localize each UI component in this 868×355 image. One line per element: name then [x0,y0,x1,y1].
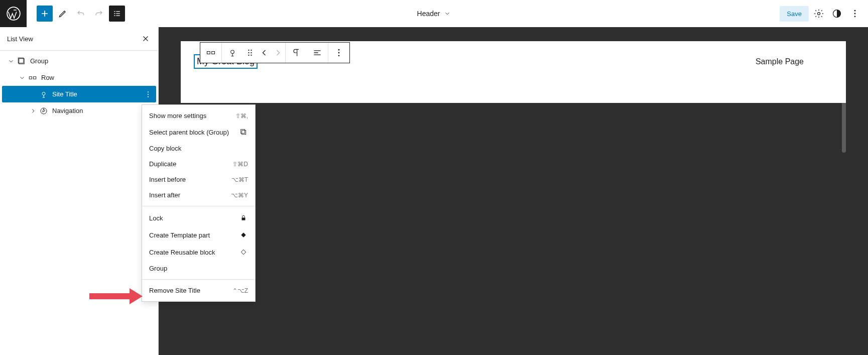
group-block-icon [17,57,26,66]
svg-point-1 [818,13,820,15]
menu-label: Remove Site Title [149,287,200,294]
svg-point-18 [248,50,249,51]
menu-duplicate[interactable]: Duplicate⇧⌘D [142,156,255,172]
menu-shortcut: ⌥⌘Y [231,192,248,199]
save-button[interactable]: Save [780,6,809,22]
svg-point-11 [148,91,149,92]
svg-point-22 [248,55,249,56]
canvas-scrollbar[interactable] [842,68,846,153]
navigation-link[interactable]: Sample Page [756,57,804,66]
svg-point-26 [338,55,340,56]
select-parent-button[interactable] [222,43,243,63]
svg-point-17 [231,50,234,54]
svg-rect-16 [212,52,215,54]
close-list-view-button[interactable] [140,33,151,44]
svg-point-10 [42,92,45,95]
menu-label: Select parent block (Group) [149,129,229,136]
menu-label: Insert before [149,176,186,183]
copy-icon [239,128,248,137]
svg-rect-30 [241,232,245,237]
lock-icon [239,213,248,222]
chevron-left-icon [259,48,269,58]
menu-remove-site-title[interactable]: Remove Site Title⌃⌥Z [142,283,255,298]
more-vertical-icon [144,90,152,98]
block-toolbar [200,42,350,63]
menu-label: Show more settings [149,112,206,120]
menu-label: Lock [149,214,163,222]
wp-logo-button[interactable] [0,0,27,27]
list-view-tree: Group Row Site Title Navigation [0,51,158,121]
list-item-row[interactable]: Row [2,69,156,86]
inserter-button[interactable] [37,6,53,22]
chevron-right-icon [273,48,283,58]
chevron-down-icon[interactable] [5,58,17,65]
drag-handle[interactable] [243,43,257,63]
align-button[interactable] [307,43,328,63]
menu-copy-block[interactable]: Copy block [142,141,255,156]
list-item-group[interactable]: Group [2,53,156,69]
site-title-block-icon [39,90,48,99]
list-item-site-title[interactable]: Site Title [2,86,156,102]
svg-point-20 [248,52,249,53]
align-left-icon [312,48,322,58]
svg-rect-31 [241,250,245,254]
menu-create-reusable[interactable]: Create Reusable block [142,244,255,261]
gear-icon [814,9,824,19]
svg-point-4 [854,13,856,15]
list-view-icon [112,9,122,19]
wordpress-icon [7,7,21,21]
list-item-navigation[interactable]: Navigation [2,102,156,119]
menu-insert-before[interactable]: Insert before⌥⌘T [142,172,255,187]
paragraph-icon [291,48,301,58]
redo-icon [94,9,104,19]
block-more-button[interactable] [328,43,349,63]
list-view-toggle[interactable] [109,6,125,22]
typography-button[interactable] [286,43,307,63]
chevron-down-icon [444,10,451,17]
svg-rect-29 [242,217,245,220]
list-item-label: Group [30,57,48,65]
svg-rect-9 [34,76,36,79]
menu-create-template-part[interactable]: Create Template part [142,226,255,244]
template-selector[interactable]: Header [417,10,451,18]
more-vertical-icon [334,48,344,58]
row-block-icon [206,48,216,58]
chevron-down-icon[interactable] [16,74,28,81]
menu-show-more-settings[interactable]: Show more settings⇧⌘, [142,108,255,124]
topbar-right-tools: Save [780,6,868,22]
svg-rect-8 [29,76,32,79]
navigation-block-icon [39,106,48,115]
undo-button[interactable] [73,6,89,22]
list-view-title: List View [7,35,33,43]
move-left-button[interactable] [257,43,271,63]
close-icon [141,34,150,43]
svg-point-13 [148,96,149,97]
menu-shortcut: ⌃⌥Z [232,287,248,294]
menu-shortcut: ⌥⌘T [231,176,248,183]
settings-button[interactable] [811,6,827,22]
list-item-label: Site Title [52,90,77,98]
menu-group[interactable]: Group [142,261,255,276]
svg-rect-28 [241,130,245,134]
move-right-button[interactable] [271,43,285,63]
row-block-icon [28,73,37,82]
more-options-button[interactable] [847,6,863,22]
block-options-button[interactable] [144,90,152,98]
menu-lock[interactable]: Lock [142,209,255,226]
menu-insert-after[interactable]: Insert after⌥⌘Y [142,187,255,203]
svg-point-5 [854,16,856,17]
menu-select-parent[interactable]: Select parent block (Group) [142,124,255,141]
svg-rect-15 [207,52,210,54]
pencil-icon [58,9,68,19]
menu-label: Create Reusable block [149,249,215,256]
edit-mode-button[interactable] [55,6,71,22]
svg-point-25 [338,52,340,54]
menu-label: Group [149,265,167,272]
block-type-button[interactable] [200,43,221,63]
list-item-label: Navigation [52,107,83,114]
site-title-block-icon [227,48,237,58]
svg-point-21 [251,52,252,53]
chevron-right-icon[interactable] [27,107,39,114]
redo-button[interactable] [91,6,107,22]
styles-button[interactable] [829,6,845,22]
